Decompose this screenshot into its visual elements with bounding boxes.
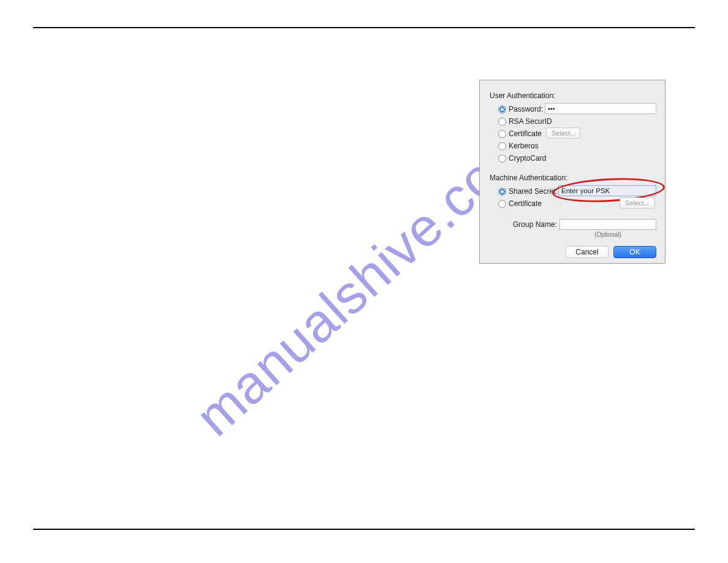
radio-row-cryptocard[interactable]: CryptoCard [498,153,546,164]
radio-password[interactable] [498,105,506,113]
machine-auth-heading: Machine Authentication: [490,174,567,182]
radio-row-kerberos[interactable]: Kerberos [498,140,539,151]
radio-certificate-machine[interactable] [498,200,506,208]
radio-label-cryptocard: CryptoCard [509,154,546,163]
radio-shared-secret[interactable] [498,188,506,196]
group-name-label: Group Name: [509,220,557,229]
page-top-rule [33,27,695,28]
radio-label-password: Password: [509,105,543,113]
radio-row-rsa[interactable]: RSA SecurID [498,116,552,127]
password-input[interactable]: ••• [545,103,656,114]
radio-label-rsa: RSA SecurID [509,117,552,126]
radio-row-password[interactable]: Password: [498,104,543,115]
radio-kerberos[interactable] [498,142,506,150]
radio-row-certificate-machine[interactable]: Certificate [498,198,542,209]
radio-label-certificate-user: Certificate [509,129,542,138]
shared-secret-input[interactable]: Enter your PSK [558,185,656,196]
select-certificate-user-button: Select... [546,128,580,139]
radio-label-kerberos: Kerberos [509,142,539,150]
group-name-optional: (Optional) [559,231,656,238]
select-certificate-machine-button: Select... [620,197,655,209]
ok-button[interactable]: OK [613,246,656,258]
radio-cryptocard[interactable] [498,155,506,163]
page-bottom-rule [33,529,695,530]
radio-certificate-user[interactable] [498,130,506,138]
user-auth-heading: User Authentication: [490,91,555,100]
cancel-button[interactable]: Cancel [566,246,609,258]
auth-settings-dialog: User Authentication: Password: ••• RSA S… [479,80,665,264]
radio-row-certificate-user[interactable]: Certificate [498,128,542,139]
group-name-input[interactable] [559,219,656,230]
radio-rsa[interactable] [498,118,506,126]
radio-row-shared-secret[interactable]: Shared Secret: [498,186,558,197]
radio-label-shared-secret: Shared Secret: [509,187,558,196]
radio-label-certificate-machine: Certificate [509,199,542,208]
